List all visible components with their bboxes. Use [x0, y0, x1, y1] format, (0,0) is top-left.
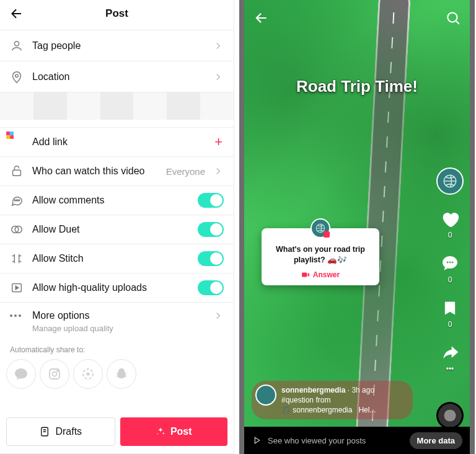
video-camera-icon — [301, 270, 310, 279]
allow-comments-option: Allow comments — [0, 186, 234, 215]
video-preview[interactable]: Road Trip Time! What's on your road trip… — [244, 0, 470, 454]
more-options-subtitle: Manage upload quality — [0, 324, 234, 339]
share-targets — [0, 354, 234, 396]
question-sticker[interactable]: What's on your road trip playlist? 🚗🎶 An… — [262, 228, 379, 285]
location-icon — [10, 70, 24, 84]
caption-block[interactable]: sonnenbergmedia · 3h ago #question from … — [252, 381, 413, 419]
plus-icon: + — [214, 135, 223, 149]
viewed-posts-link[interactable]: See who viewed your posts — [268, 436, 366, 445]
who-can-watch-option[interactable]: Who can watch this video Everyone — [0, 157, 234, 186]
allow-duet-option: Allow Duet — [0, 215, 234, 244]
allow-stitch-label: Allow Stitch — [32, 253, 198, 264]
chevron-right-icon — [213, 71, 224, 82]
more-data-button[interactable]: More data — [410, 432, 462, 449]
save-button[interactable]: 0 — [439, 298, 461, 329]
bookmark-icon — [439, 298, 461, 319]
search-button[interactable] — [445, 10, 461, 26]
question-avatar — [311, 218, 330, 238]
share-instagram-button[interactable] — [40, 359, 69, 389]
profile-avatar-button[interactable] — [436, 167, 464, 195]
allow-hq-option: Allow high-quality uploads — [0, 274, 234, 303]
auto-share-label: Automatically share to: — [0, 340, 234, 354]
like-count: 0 — [448, 231, 452, 239]
post-button[interactable]: Post — [120, 417, 228, 446]
who-can-watch-label: Who can watch this video — [32, 166, 166, 177]
svg-point-17 — [447, 262, 449, 264]
allow-comments-toggle[interactable] — [198, 193, 224, 208]
who-can-watch-value: Everyone — [166, 166, 205, 177]
chevron-right-icon — [213, 40, 224, 51]
page-title: Post — [0, 7, 234, 20]
share-arrow-icon — [439, 342, 461, 363]
play-outline-icon — [252, 435, 262, 445]
stitch-icon — [10, 252, 24, 265]
drafts-label: Drafts — [55, 426, 82, 437]
caption-suffix: Hel... — [358, 406, 376, 414]
allow-duet-toggle[interactable] — [198, 222, 224, 237]
person-icon — [10, 39, 24, 53]
back-arrow-icon — [9, 6, 24, 21]
more-options-option[interactable]: More options — [0, 303, 234, 324]
allow-stitch-option: Allow Stitch — [0, 244, 234, 274]
svg-point-3 — [14, 200, 15, 201]
duet-icon — [10, 223, 24, 236]
allow-stitch-toggle[interactable] — [198, 251, 224, 266]
svg-point-18 — [449, 262, 451, 264]
location-option[interactable]: Location — [0, 61, 234, 92]
interaction-rail: 0 0 0 ••• — [436, 167, 464, 429]
post-label: Post — [170, 426, 192, 437]
drafts-button[interactable]: Drafts — [6, 417, 115, 446]
answer-label: Answer — [313, 270, 340, 279]
allow-comments-label: Allow comments — [32, 195, 198, 206]
svg-point-19 — [452, 262, 454, 264]
add-link-label: Add link — [32, 136, 214, 148]
more-icon — [10, 309, 24, 323]
add-link-option[interactable]: Add link + — [0, 128, 234, 157]
feed-back-button[interactable] — [253, 10, 269, 26]
share-snapchat-button[interactable] — [107, 359, 136, 389]
share-messages-button[interactable] — [6, 359, 36, 389]
video-overlay-title: Road Trip Time! — [244, 77, 470, 96]
sound-disc[interactable] — [436, 402, 464, 429]
location-suggestions-strip[interactable] — [0, 92, 234, 120]
allow-hq-toggle[interactable] — [198, 280, 224, 295]
svg-point-10 — [53, 372, 57, 376]
share-dots: ••• — [446, 365, 454, 373]
post-settings-panel: Post Tag people Location Add link + — [0, 0, 234, 454]
svg-point-14 — [447, 12, 457, 22]
allow-duet-label: Allow Duet — [32, 224, 198, 235]
svg-point-1 — [15, 74, 19, 77]
comment-button[interactable]: 0 — [439, 253, 461, 284]
tag-people-label: Tag people — [32, 40, 208, 51]
header: Post — [0, 0, 234, 27]
comment-icon — [10, 194, 24, 207]
back-button[interactable] — [7, 5, 25, 22]
globe-leaf-icon — [315, 223, 326, 234]
svg-point-4 — [17, 200, 18, 201]
chevron-right-icon — [213, 310, 224, 321]
like-button[interactable]: 0 — [439, 208, 461, 239]
link-grid-icon — [10, 135, 24, 149]
answer-button[interactable]: Answer — [268, 270, 373, 279]
question-text: What's on your road trip playlist? 🚗🎶 — [268, 244, 373, 265]
location-label: Location — [32, 71, 208, 82]
caption-avatar — [255, 385, 276, 406]
heart-icon — [439, 208, 461, 229]
lock-icon — [10, 164, 24, 178]
share-stories-button[interactable] — [73, 359, 103, 389]
caption-time: 3h ago — [351, 386, 374, 394]
tag-people-option[interactable]: Tag people — [0, 30, 234, 61]
comment-bubble-icon — [439, 253, 461, 274]
save-count: 0 — [448, 320, 452, 329]
caption-username: sonnenbergmedia — [281, 386, 345, 394]
drafts-icon — [39, 426, 50, 437]
globe-leaf-icon — [442, 173, 458, 189]
svg-point-5 — [19, 200, 20, 201]
svg-point-0 — [14, 41, 19, 45]
feed-preview-panel: Road Trip Time! What's on your road trip… — [239, 0, 475, 454]
svg-rect-2 — [13, 170, 21, 176]
share-button[interactable]: ••• — [439, 342, 461, 373]
upload-icon — [10, 281, 24, 295]
svg-point-11 — [57, 370, 58, 372]
comment-count: 0 — [448, 275, 452, 284]
